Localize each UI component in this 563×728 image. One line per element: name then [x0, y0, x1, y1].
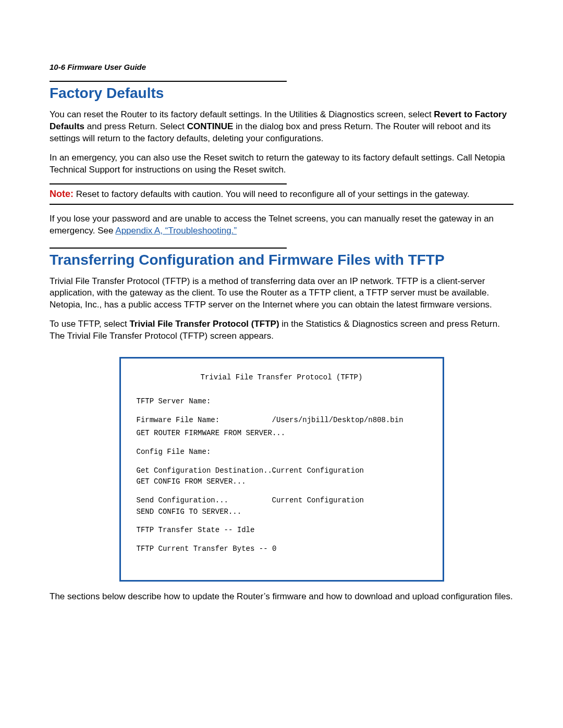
terminal-label: Get Configuration Destination...	[137, 465, 272, 477]
terminal-line: Get Configuration Destination... Current…	[137, 465, 427, 477]
note-label: Note:	[50, 189, 74, 199]
section-rule	[50, 248, 287, 249]
terminal-line: Config File Name:	[137, 447, 427, 458]
section-title-tftp: Transferring Configuration and Firmware …	[50, 252, 513, 268]
text: and press Return. Select	[84, 121, 187, 131]
note-rule-top	[50, 183, 287, 184]
page: 10-6 Firmware User Guide Factory Default…	[0, 0, 563, 728]
note-line: Note: Reset to factory defaults with cau…	[50, 188, 513, 201]
note-body: Reset to factory defaults with caution. …	[74, 189, 469, 199]
terminal-label: Firmware File Name:	[137, 415, 272, 426]
paragraph: To use TFTP, select Trivial File Transfe…	[50, 318, 513, 342]
terminal-line: SEND CONFIG TO SERVER...	[137, 507, 427, 518]
paragraph: You can reset the Router to its factory …	[50, 109, 513, 145]
terminal-screenshot: Trivial File Transfer Protocol (TFTP) TF…	[119, 357, 444, 582]
terminal-label: Send Configuration...	[137, 495, 272, 507]
terminal-line: GET ROUTER FIRMWARE FROM SERVER...	[137, 428, 427, 439]
terminal-line: TFTP Server Name:	[137, 396, 427, 408]
text-bold: CONTINUE	[187, 121, 234, 131]
text: You can reset the Router to its factory …	[50, 109, 434, 119]
terminal-line: Firmware File Name: /Users/njbill/Deskto…	[137, 415, 427, 426]
appendix-link[interactable]: Appendix A, “Troubleshooting.”	[115, 226, 237, 236]
paragraph: Trivial File Transfer Protocol (TFTP) is…	[50, 276, 513, 312]
text-bold: Trivial File Transfer Protocol (TFTP)	[129, 319, 279, 329]
section-rule	[50, 81, 287, 82]
terminal-line: TFTP Transfer State -- Idle	[137, 525, 427, 536]
terminal-line: TFTP Current Transfer Bytes -- 0	[137, 544, 427, 555]
terminal-line: GET CONFIG FROM SERVER...	[137, 476, 427, 488]
paragraph: If you lose your password and are unable…	[50, 213, 513, 237]
text: To use TFTP, select	[50, 319, 129, 329]
running-header: 10-6 Firmware User Guide	[50, 63, 513, 71]
terminal-line: Send Configuration... Current Configurat…	[137, 495, 427, 507]
paragraph: In an emergency, you can also use the Re…	[50, 152, 513, 176]
note-rule-bottom	[50, 204, 513, 205]
terminal-value: /Users/njbill/Desktop/n808.bin	[272, 415, 403, 426]
terminal-title: Trivial File Transfer Protocol (TFTP)	[137, 372, 427, 384]
section-title-factory-defaults: Factory Defaults	[50, 85, 513, 102]
paragraph: The sections below describe how to updat…	[50, 591, 513, 603]
terminal-value: Current Configuration	[272, 495, 364, 507]
terminal-value: Current Configuration	[272, 465, 364, 477]
